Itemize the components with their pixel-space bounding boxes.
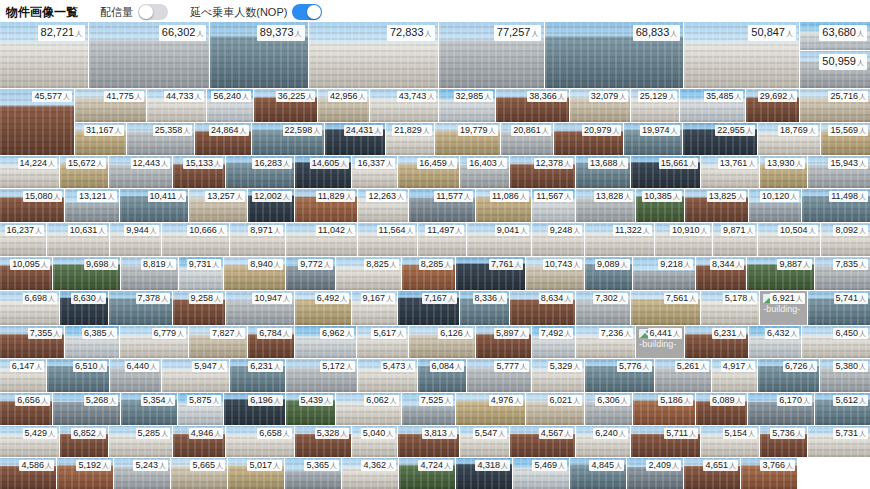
property-image[interactable]: 10,095人: [0, 257, 52, 290]
property-image[interactable]: 13,930人: [760, 156, 806, 188]
property-image[interactable]: 56,240人: [207, 89, 253, 122]
property-image[interactable]: 16,403人: [460, 156, 509, 188]
property-image[interactable]: 5,186人: [633, 393, 695, 425]
property-image[interactable]: 5,354人: [121, 393, 177, 425]
property-image[interactable]: 10,910人: [655, 223, 712, 256]
property-image[interactable]: 5,380人: [820, 359, 870, 392]
property-image[interactable]: 7,492人: [532, 326, 576, 358]
property-image[interactable]: 13,688人: [576, 156, 630, 188]
property-image[interactable]: 32,985人: [439, 89, 495, 122]
property-image[interactable]: 5,469人: [513, 458, 569, 489]
property-image[interactable]: 5,612人: [815, 393, 870, 425]
property-image[interactable]: 5,429人: [0, 426, 59, 457]
property-image[interactable]: 8,630人: [60, 291, 108, 325]
property-image[interactable]: 5,017人: [228, 458, 284, 489]
property-image[interactable]: 6,450人: [802, 326, 870, 358]
broken-image-tile[interactable]: http-building-6,441人: [636, 326, 684, 358]
property-image[interactable]: 36,225人: [254, 89, 317, 122]
property-image[interactable]: 5,776人: [585, 359, 653, 392]
property-image[interactable]: 6,656人: [0, 393, 52, 425]
property-image[interactable]: 6,062人: [336, 393, 401, 425]
property-image[interactable]: 5,154人: [701, 426, 759, 457]
property-image[interactable]: 5,268人: [53, 393, 120, 425]
property-image[interactable]: 10,504人: [758, 223, 819, 256]
property-image[interactable]: 6,385人: [65, 326, 118, 358]
property-image[interactable]: 3,813人: [398, 426, 459, 457]
property-image[interactable]: 6,962人: [295, 326, 357, 358]
property-image[interactable]: 9,041人: [467, 223, 531, 256]
property-image[interactable]: 15,661人: [631, 156, 701, 188]
property-image[interactable]: 5,947人: [162, 359, 229, 392]
property-image[interactable]: 4,976人: [456, 393, 525, 425]
property-image[interactable]: 6,126人: [409, 326, 475, 358]
property-image[interactable]: 6,089人: [696, 393, 747, 425]
property-image[interactable]: 5,365人: [285, 458, 341, 489]
property-image[interactable]: 66,302人: [89, 22, 209, 88]
property-image[interactable]: 6,021人: [526, 393, 584, 425]
property-image[interactable]: 14,605人: [295, 156, 351, 188]
property-image[interactable]: 8,940人: [224, 257, 285, 290]
property-image[interactable]: 11,577人: [409, 189, 475, 222]
property-image[interactable]: 10,385人: [636, 189, 684, 222]
property-image[interactable]: 5,040人: [352, 426, 397, 457]
property-image[interactable]: 38,366人: [496, 89, 569, 122]
property-image[interactable]: 5,665人: [171, 458, 227, 489]
property-image[interactable]: 50,847人: [684, 22, 799, 88]
property-image[interactable]: 11,042人: [286, 223, 357, 256]
property-image[interactable]: 12,443人: [109, 156, 173, 188]
property-image[interactable]: 9,887人: [747, 257, 814, 290]
property-image[interactable]: 72,833人: [309, 22, 438, 88]
property-image[interactable]: 77,257人: [439, 22, 545, 88]
property-image[interactable]: 29,692人: [746, 89, 799, 122]
property-image[interactable]: 10,120人: [749, 189, 801, 222]
property-image[interactable]: 7,761人: [456, 257, 525, 290]
property-image[interactable]: 4,567人: [510, 426, 575, 457]
property-image[interactable]: 5,777人: [467, 359, 531, 392]
property-image[interactable]: 6,726人: [758, 359, 819, 392]
property-image[interactable]: 9,731人: [179, 257, 224, 290]
property-image[interactable]: 5,329人: [532, 359, 584, 392]
property-image[interactable]: 25,129人: [631, 89, 679, 122]
property-image[interactable]: 9,944人: [110, 223, 161, 256]
property-image[interactable]: 5,178人: [701, 291, 759, 325]
property-image[interactable]: 4,651人: [684, 458, 740, 489]
property-image[interactable]: 5,741人: [808, 291, 870, 325]
property-image[interactable]: 89,373人: [210, 22, 307, 88]
property-image[interactable]: 4,917人: [712, 359, 757, 392]
property-image[interactable]: 20,861人: [501, 123, 553, 156]
property-image[interactable]: 11,497人: [418, 223, 466, 256]
property-image[interactable]: 22,955人: [683, 123, 757, 156]
property-image[interactable]: 8,344人: [696, 257, 747, 290]
property-image[interactable]: 5,328人: [295, 426, 351, 457]
property-image[interactable]: 13,828人: [576, 189, 635, 222]
property-image[interactable]: 11,498人: [802, 189, 870, 222]
property-image[interactable]: 11,567人: [532, 189, 575, 222]
property-image[interactable]: 25,358人: [127, 123, 195, 156]
property-image[interactable]: 32,079人: [570, 89, 630, 122]
property-image[interactable]: 9,698人: [53, 257, 121, 290]
property-image[interactable]: 10,743人: [526, 257, 584, 290]
property-image[interactable]: 5,875人: [178, 393, 223, 425]
property-image[interactable]: 6,784人: [248, 326, 294, 358]
property-image[interactable]: 15,133人: [173, 156, 225, 188]
property-image[interactable]: 6,240人: [576, 426, 630, 457]
property-image[interactable]: 5,192人: [57, 458, 113, 489]
property-image[interactable]: 8,634人: [510, 291, 575, 325]
property-image[interactable]: 6,432人: [749, 326, 801, 358]
nop-toggle[interactable]: [292, 4, 322, 20]
property-image[interactable]: 2,409人: [627, 458, 683, 489]
property-image[interactable]: 63,680人: [800, 22, 870, 50]
property-image[interactable]: 14,224人: [0, 156, 59, 188]
property-image[interactable]: 8,819人: [121, 257, 177, 290]
property-image[interactable]: 7,378人: [109, 291, 172, 325]
property-image[interactable]: 13,761人: [701, 156, 759, 188]
property-image[interactable]: 3,766人: [741, 458, 797, 489]
property-image[interactable]: 6,698人: [0, 291, 59, 325]
property-image[interactable]: 68,833人: [545, 22, 683, 88]
property-image[interactable]: 7,355人: [0, 326, 64, 358]
property-image[interactable]: 12,263人: [358, 189, 408, 222]
property-image[interactable]: 4,362人: [342, 458, 398, 489]
property-image[interactable]: 4,318人: [456, 458, 512, 489]
property-image[interactable]: 19,974人: [624, 123, 681, 156]
property-image[interactable]: 8,825人: [336, 257, 401, 290]
